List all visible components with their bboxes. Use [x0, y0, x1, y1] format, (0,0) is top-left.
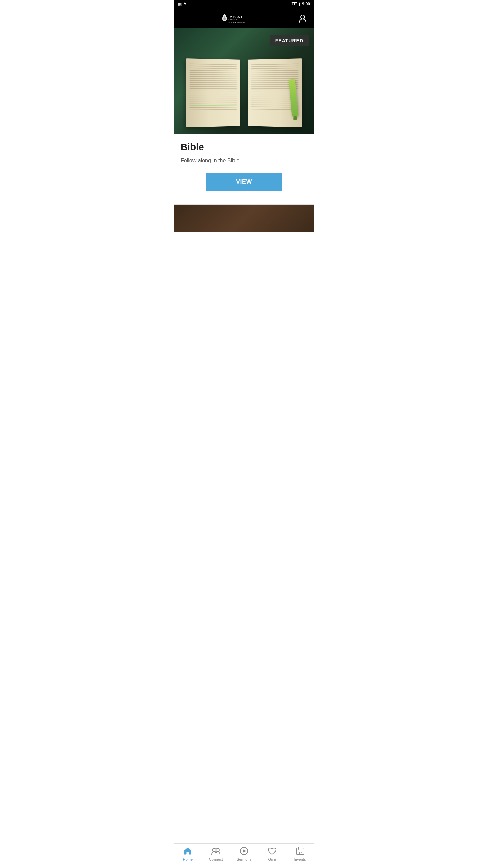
- svg-text:OF THE WOODLANDS: OF THE WOODLANDS: [229, 21, 246, 23]
- bible-visual: [186, 52, 302, 127]
- svg-text:CHURCH: CHURCH: [229, 19, 237, 21]
- bible-page-left: [186, 58, 240, 127]
- logo-container: IMPACT CHURCH OF THE WOODLANDS: [191, 12, 297, 25]
- featured-content-section: Bible Follow along in the Bible. VIEW: [174, 134, 314, 198]
- notification-icon: ⚑: [183, 2, 187, 6]
- app-header: IMPACT CHURCH OF THE WOODLANDS: [174, 8, 314, 28]
- svg-point-3: [301, 15, 305, 19]
- featured-image[interactable]: FEATURED: [174, 28, 314, 134]
- content-title: Bible: [181, 142, 307, 153]
- network-type: LTE: [289, 2, 297, 6]
- time-display: 9:00: [302, 2, 310, 6]
- status-bar: ▦ ⚑ LTE ▮ 9:00: [174, 0, 314, 8]
- battery-icon: ▮: [298, 2, 301, 6]
- sim-icon: ▦: [178, 2, 182, 6]
- status-left-icons: ▦ ⚑: [178, 2, 187, 6]
- svg-text:IMPACT: IMPACT: [229, 15, 243, 18]
- content-description: Follow along in the Bible.: [181, 157, 307, 165]
- view-button[interactable]: VIEW: [206, 173, 282, 191]
- featured-badge: FEATURED: [270, 35, 309, 46]
- status-right-icons: LTE ▮ 9:00: [289, 2, 310, 6]
- profile-button[interactable]: [297, 12, 309, 24]
- app-logo: IMPACT CHURCH OF THE WOODLANDS: [220, 12, 268, 25]
- second-card-preview[interactable]: [174, 205, 314, 232]
